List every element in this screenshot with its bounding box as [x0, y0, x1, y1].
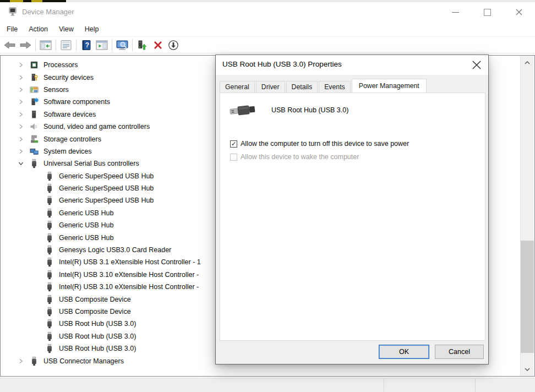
- chevron-right-icon[interactable]: [16, 137, 26, 142]
- device-manager-window: Device Manager FileActionViewHelp ? Proc…: [0, 0, 535, 392]
- chevron-right-icon[interactable]: [16, 62, 26, 68]
- toolbar-separator: [112, 39, 112, 51]
- cpu-icon: [29, 60, 39, 70]
- tree-item-label: Intel(R) USB 3.10 eXtensible Host Contro…: [59, 283, 199, 291]
- power-management-tab-page: USB Root Hub (USB 3.0) ✓Allow the comput…: [220, 92, 485, 341]
- tab-events[interactable]: Events: [319, 81, 351, 92]
- scrollbar-thumb[interactable]: [521, 241, 534, 353]
- device-name: USB Root Hub (USB 3.0): [271, 106, 348, 114]
- tree-item-label: Generic USB Hub: [59, 221, 113, 229]
- toolbar-separator: [132, 39, 133, 51]
- usb-plug-icon: [229, 102, 256, 119]
- titlebar: Device Manager: [0, 2, 535, 22]
- tab-general[interactable]: General: [220, 81, 255, 92]
- dialog-title: USB Root Hub (USB 3.0) Properties: [222, 60, 342, 68]
- usb-icon: [45, 282, 54, 292]
- tree-item-label: Universal Serial Bus controllers: [43, 160, 139, 167]
- uninstall-device-icon[interactable]: [150, 38, 166, 52]
- maximize-button[interactable]: [471, 2, 503, 22]
- system-icon: [29, 146, 39, 156]
- properties-dialog: USB Root Hub (USB 3.0) Properties Genera…: [215, 55, 489, 364]
- tree-item-label: Software devices: [43, 111, 96, 118]
- scan-hardware-icon[interactable]: [114, 38, 130, 52]
- storage-icon: [29, 134, 39, 144]
- chevron-right-icon[interactable]: [16, 358, 26, 364]
- menubar: FileActionViewHelp: [0, 22, 535, 37]
- minimize-button[interactable]: [439, 2, 471, 22]
- tree-item-label: Sound, video and game controllers: [43, 123, 150, 130]
- action-pane-icon[interactable]: [94, 38, 110, 52]
- tree-item-label: Security devices: [43, 74, 94, 81]
- update-driver-icon[interactable]: [135, 38, 150, 52]
- sensors-icon: [29, 85, 39, 95]
- device-manager-app-icon: [8, 7, 18, 17]
- menu-help[interactable]: Help: [85, 25, 99, 33]
- usb-icon: [45, 270, 54, 280]
- power-option-row: Allow this device to wake the computer: [230, 150, 476, 164]
- properties-icon[interactable]: [58, 38, 74, 52]
- tree-item-label: USB Root Hub (USB 3.0): [59, 320, 136, 328]
- tree-item-label: Generic SuperSpeed USB Hub: [59, 172, 154, 180]
- chevron-down-icon[interactable]: [16, 161, 26, 166]
- power-option-row[interactable]: ✓Allow the computer to turn off this dev…: [230, 137, 476, 150]
- tree-item-label: Intel(R) USB 3.1 eXtensible Host Control…: [59, 258, 201, 266]
- tree-item-label: Generic USB Hub: [59, 209, 113, 217]
- chevron-right-icon[interactable]: [16, 149, 26, 154]
- disable-device-icon[interactable]: [166, 38, 181, 52]
- tree-item-label: Generic USB Hub: [59, 234, 113, 242]
- tree-item-label: Software components: [43, 98, 110, 106]
- checkbox-label: Allow the computer to turn off this devi…: [241, 140, 409, 148]
- security-icon: [29, 73, 39, 83]
- tab-details[interactable]: Details: [286, 81, 318, 92]
- checkbox-label: Allow this device to wake the computer: [241, 153, 359, 161]
- help-icon[interactable]: ?: [79, 38, 94, 52]
- tree-item-label: Genesys Logic USB3.0 Card Reader: [59, 246, 171, 254]
- toolbar-separator: [35, 39, 36, 51]
- close-button[interactable]: [503, 2, 535, 22]
- chevron-right-icon[interactable]: [16, 99, 26, 105]
- usb-icon: [45, 233, 54, 243]
- tree-item-label: USB Composite Device: [59, 308, 131, 315]
- nav-forward-icon[interactable]: [18, 38, 33, 52]
- checkbox-checked-icon[interactable]: ✓: [230, 140, 237, 148]
- usb-icon: [45, 257, 54, 267]
- usb-icon: [45, 171, 54, 181]
- software-devices-icon: [29, 110, 39, 119]
- usb-icon: [45, 183, 54, 193]
- usb-icon: [45, 331, 54, 341]
- tab-driver[interactable]: Driver: [256, 81, 285, 92]
- menu-file[interactable]: File: [7, 25, 18, 33]
- checkbox-unchecked-icon: [230, 154, 237, 161]
- nav-back-icon[interactable]: [2, 38, 18, 52]
- usb-icon: [45, 195, 54, 205]
- dialog-titlebar: USB Root Hub (USB 3.0) Properties: [216, 55, 488, 75]
- window-title: Device Manager: [22, 8, 74, 16]
- toolbar: ?: [0, 37, 535, 53]
- tree-item-label: Processors: [43, 61, 78, 69]
- tab-power-management[interactable]: Power Management: [352, 79, 427, 92]
- dialog-footer: OK Cancel: [216, 340, 488, 364]
- tab-strip: GeneralDriverDetailsEventsPower Manageme…: [220, 79, 428, 92]
- usb-icon: [45, 319, 54, 329]
- tree-item-label: USB Root Hub (USB 3.0): [59, 345, 136, 352]
- chevron-right-icon[interactable]: [16, 112, 26, 117]
- console-tree-icon[interactable]: [38, 38, 53, 52]
- scroll-down-icon[interactable]: [521, 362, 534, 376]
- toolbar-separator: [56, 39, 56, 51]
- scroll-up-icon[interactable]: [521, 56, 534, 69]
- chevron-right-icon[interactable]: [16, 75, 26, 80]
- tree-item-label: USB Connector Managers: [43, 357, 124, 365]
- menu-view[interactable]: View: [59, 25, 74, 33]
- usb-icon: [45, 344, 54, 353]
- menu-action[interactable]: Action: [29, 25, 48, 33]
- cancel-button[interactable]: Cancel: [435, 345, 484, 359]
- vertical-scrollbar[interactable]: [520, 56, 534, 376]
- usb-icon: [45, 220, 54, 230]
- chevron-right-icon[interactable]: [16, 87, 26, 92]
- chevron-right-icon[interactable]: [16, 124, 26, 129]
- ok-button[interactable]: OK: [379, 345, 429, 359]
- dialog-close-icon[interactable]: [472, 60, 482, 70]
- tree-item-label: Storage controllers: [43, 135, 101, 143]
- tree-item-label: USB Composite Device: [59, 296, 131, 303]
- sound-icon: [29, 122, 39, 132]
